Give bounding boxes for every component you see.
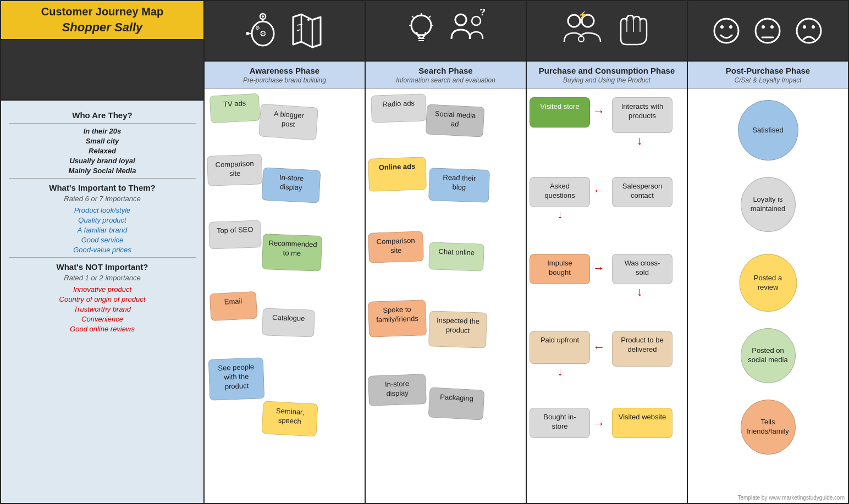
left-header: Customer Journey Map Shopper Sally [1, 1, 203, 40]
spoke-family-card: Spoke to family/friends [368, 300, 427, 337]
purchase-phase-col: ⚡ Purchase and Consumption Phase Buying … [527, 1, 688, 503]
review-circle: Posted a review [739, 254, 797, 312]
who-heading: Who Are They? [9, 110, 196, 120]
search-phase-col: ? Search Phase Information search and ev… [366, 1, 527, 503]
neutral-face-icon [753, 9, 783, 53]
phase-columns: ⚙ ⚙ Awareness Phase Pre-purchase brand b… [205, 1, 848, 503]
svg-text:⚙: ⚙ [255, 25, 260, 31]
bought-instore-card: Bought in-store [530, 408, 590, 438]
important-item: Product look/style [9, 206, 196, 214]
not-important-item: Convenience [9, 315, 196, 323]
important-item: Good service [9, 236, 196, 244]
see-people-card: See people with the product [208, 357, 265, 400]
recommended-card: Recommended to me [262, 234, 322, 272]
search-title: Search Phase [369, 66, 522, 75]
svg-text:⚡: ⚡ [578, 10, 588, 20]
arrow-6: ↓ [637, 286, 643, 298]
lightbulb-icon [405, 9, 438, 53]
comparison-site-card: Comparison site [207, 154, 263, 186]
important-item: Quality product [9, 216, 196, 224]
svg-point-41 [812, 25, 815, 29]
main-container: Customer Journey Map Shopper Sally Who A… [0, 0, 849, 504]
left-icon-row [1, 40, 203, 101]
cross-sold-card: Was cross-sold [612, 254, 672, 284]
people-question-icon: ? [449, 9, 487, 53]
interacts-products-card: Interacts with products [612, 97, 672, 133]
svg-point-36 [762, 25, 765, 29]
paid-upfront-card: Paid upfront [530, 331, 590, 364]
visited-website-card: Visited website [612, 408, 672, 438]
search-header: Search Phase Information search and eval… [366, 62, 526, 89]
instore-display-card: In-store display [262, 167, 321, 203]
awareness-title: Awareness Phase [208, 66, 361, 75]
arrow-4: ↓ [557, 208, 563, 220]
svg-line-21 [429, 16, 431, 18]
hand-icon [613, 9, 651, 53]
post-purchase-subtitle: C/Sat & Loyalty Impact [691, 76, 845, 84]
svg-point-33 [720, 25, 724, 29]
not-important-item: Country of origin of product [9, 295, 196, 303]
post-purchase-phase-col: Post-Purchase Phase C/Sat & Loyalty Impa… [688, 1, 848, 503]
blogger-post-card: A blogger post [258, 103, 318, 140]
awareness-icon-row: ⚙ ⚙ [205, 1, 365, 62]
post-purchase-title: Post-Purchase Phase [691, 66, 845, 75]
profile-item: Mainly Social Media [9, 167, 196, 175]
inspected-product-card: Inspected the product [428, 311, 487, 348]
friends-circle: Tells friends/family [741, 400, 796, 455]
purchase-icon-row: ⚡ [527, 1, 687, 62]
arrow-1: → [593, 106, 605, 118]
not-important-item: Innovative product [9, 285, 196, 293]
map-icon [290, 9, 323, 53]
svg-point-22 [455, 14, 466, 25]
awareness-body: TV ads A blogger post Comparison site In… [205, 89, 365, 503]
radio-ads-card: Radio ads [371, 93, 427, 123]
arrow-8: ↓ [557, 365, 563, 378]
svg-point-37 [770, 25, 774, 29]
not-important-item: Trustworthy brand [9, 305, 196, 313]
asked-questions-card: Asked questions [530, 177, 590, 207]
brain-gear-icon: ⚙ ⚙ [246, 9, 279, 53]
profile-item: Usually brand loyal [9, 157, 196, 165]
comparison-site-s-card: Comparison site [368, 231, 424, 263]
happy-face-icon [712, 9, 742, 53]
search-subtitle: Information search and evaluation [369, 76, 522, 84]
seminar-card: Seminar, speech [261, 401, 318, 436]
left-content: Who Are They? In their 20s Small city Re… [1, 101, 203, 503]
tv-ads-card: TV ads [210, 93, 260, 124]
arrow-9: → [593, 418, 605, 430]
impulse-bought-card: Impulse bought [530, 254, 590, 284]
left-panel: Customer Journey Map Shopper Sally Who A… [1, 1, 205, 503]
email-card: Email [210, 291, 258, 321]
social-media-ad-card: Social media ad [426, 104, 485, 137]
svg-point-40 [803, 25, 806, 29]
svg-point-5 [246, 32, 249, 35]
purchase-header: Purchase and Consumption Phase Buying an… [527, 62, 687, 89]
awareness-header: Awareness Phase Pre-purchase brand build… [205, 62, 365, 89]
awareness-subtitle: Pre-purchase brand building [208, 76, 361, 84]
post-purchase-icon-row [688, 1, 848, 62]
purchase-subtitle: Buying and Using the Product [530, 76, 683, 84]
svg-line-12 [297, 30, 300, 31]
chat-online-card: Chat online [428, 242, 484, 271]
map-title: Customer Journey Map [7, 5, 198, 18]
svg-point-32 [714, 19, 738, 43]
arrow-7: → [593, 342, 605, 354]
svg-point-34 [729, 25, 732, 29]
profile-item: In their 20s [9, 127, 196, 135]
svg-point-13 [307, 19, 310, 21]
purchase-body: Visited store → Interacts with products … [527, 89, 687, 503]
important-item: Good-value prices [9, 246, 196, 254]
not-important-heading: What's NOT Important? [9, 262, 196, 272]
svg-point-23 [472, 16, 481, 25]
online-ads-card: Online ads [368, 157, 427, 192]
important-item: A familiar brand [9, 226, 196, 234]
instore-display-s-card: In-store display [368, 374, 427, 406]
profile-item: Relaxed [9, 147, 196, 155]
search-icon-row: ? [366, 1, 526, 62]
svg-line-20 [412, 16, 414, 18]
visited-store-card: Visited store [530, 97, 590, 128]
arrow-5: → [593, 262, 605, 274]
not-important-subheading: Rated 1 or 2 importance [9, 274, 196, 282]
loyalty-circle: Loyalty is maintained [741, 177, 796, 232]
not-important-item: Good online reviews [9, 325, 196, 333]
